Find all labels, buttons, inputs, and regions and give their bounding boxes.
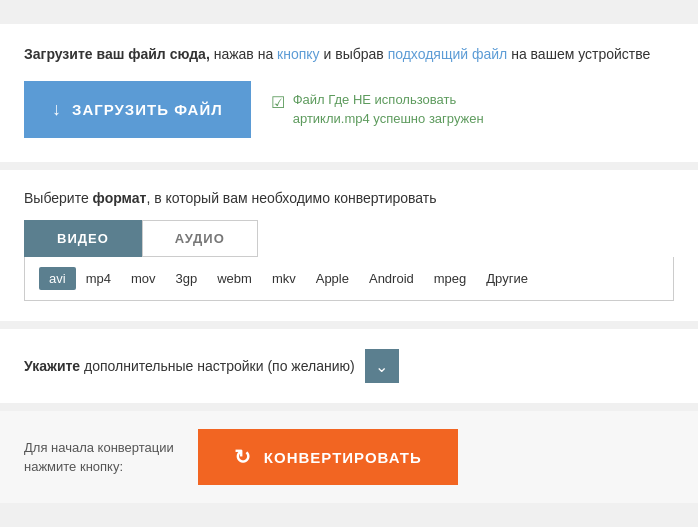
format-list: avi mp4 mov 3gp webm mkv Apple Android m… [24,257,674,301]
success-text: Файл Где НЕ использовать артикли.mp4 усп… [293,91,531,127]
check-icon: ☑ [271,92,285,114]
main-container: Загрузите ваш файл сюда, нажав на кнопку… [0,24,698,503]
format-item-apple[interactable]: Apple [306,267,359,290]
format-item-avi[interactable]: avi [39,267,76,290]
convert-section: Для начала конвертации нажмите кнопку: ↻… [0,411,698,503]
upload-button-label: ЗАГРУЗИТЬ ФАЙЛ [72,101,223,118]
format-item-mkv[interactable]: mkv [262,267,306,290]
format-item-mp4[interactable]: mp4 [76,267,121,290]
upload-description: Загрузите ваш файл сюда, нажав на кнопку… [24,44,674,65]
convert-icon: ↻ [234,445,252,469]
convert-desc-line1: Для начала конвертации [24,440,174,455]
download-icon: ↓ [52,99,62,120]
format-item-mpeg[interactable]: mpeg [424,267,477,290]
convert-button[interactable]: ↻ КОНВЕРТИРОВАТЬ [198,429,458,485]
format-item-3gp[interactable]: 3gp [165,267,207,290]
convert-desc-line2: нажмите кнопку: [24,459,123,474]
format-item-android[interactable]: Android [359,267,424,290]
tab-audio[interactable]: АУДИО [142,220,258,257]
file-link[interactable]: подходящий файл [388,46,508,62]
upload-success-message: ☑ Файл Где НЕ использовать артикли.mp4 у… [271,91,531,127]
convert-button-label: КОНВЕРТИРОВАТЬ [264,449,422,466]
button-link[interactable]: кнопку [277,46,320,62]
format-item-webm[interactable]: webm [207,267,262,290]
settings-section: Укажите дополнительные настройки (по жел… [0,329,698,403]
settings-toggle-button[interactable]: ⌄ [365,349,399,383]
format-label: Выберите формат, в который вам необходим… [24,190,674,206]
upload-button[interactable]: ↓ ЗАГРУЗИТЬ ФАЙЛ [24,81,251,138]
settings-row: Укажите дополнительные настройки (по жел… [24,349,674,383]
upload-section: Загрузите ваш файл сюда, нажав на кнопку… [0,24,698,162]
tab-video[interactable]: ВИДЕО [24,220,142,257]
convert-description: Для начала конвертации нажмите кнопку: [24,438,174,477]
format-section: Выберите формат, в который вам необходим… [0,170,698,321]
upload-row: ↓ ЗАГРУЗИТЬ ФАЙЛ ☑ Файл Где НЕ использов… [24,81,674,138]
format-tabs: ВИДЕО АУДИО [24,220,674,257]
format-item-other[interactable]: Другие [476,267,538,290]
chevron-down-icon: ⌄ [375,357,388,376]
settings-label: Укажите дополнительные настройки (по жел… [24,358,355,374]
format-item-mov[interactable]: mov [121,267,166,290]
